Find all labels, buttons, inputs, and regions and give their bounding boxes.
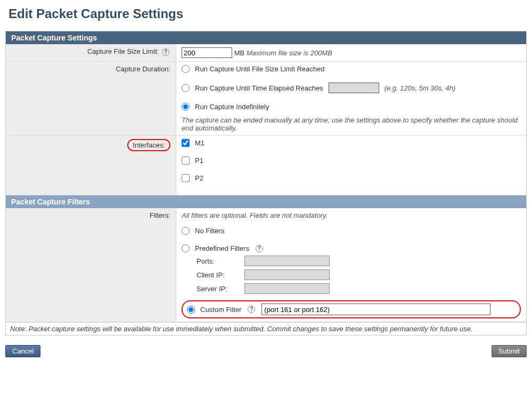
radio-custom-filter-label: Custom Filter bbox=[200, 306, 241, 314]
interfaces-label: Interfaces: bbox=[133, 141, 165, 149]
radio-no-filters-label: No Filters bbox=[195, 227, 225, 235]
page-title: Edit Packet Capture Settings bbox=[9, 6, 527, 21]
ports-label: Ports: bbox=[197, 257, 244, 265]
client-ip-label: Client IP: bbox=[197, 271, 244, 279]
duration-note: The capture can be ended manually at any… bbox=[182, 116, 521, 132]
client-ip-input[interactable] bbox=[244, 269, 330, 280]
row-filters: Filters: All filters are optional. Field… bbox=[6, 208, 526, 322]
checkbox-p1-label: P1 bbox=[195, 157, 203, 165]
help-icon[interactable]: ? bbox=[162, 48, 169, 56]
filters-intro: All filters are optional. Fields are not… bbox=[182, 211, 521, 219]
row-file-size: Capture File Size Limit: ? MB Maximum fi… bbox=[6, 44, 526, 62]
row-duration: Capture Duration: Run Capture Until File… bbox=[6, 62, 526, 136]
submit-button[interactable]: Submit bbox=[492, 345, 527, 357]
server-ip-input[interactable] bbox=[244, 283, 330, 294]
time-elapsed-input[interactable] bbox=[329, 83, 379, 93]
server-ip-label: Server IP: bbox=[197, 285, 244, 293]
checkbox-p2[interactable] bbox=[182, 174, 190, 182]
duration-label: Capture Duration: bbox=[116, 65, 170, 73]
file-size-input[interactable] bbox=[182, 47, 232, 58]
radio-predefined-filters-label: Predefined Filters bbox=[195, 244, 249, 252]
radio-until-time[interactable] bbox=[182, 84, 190, 92]
file-size-label: Capture File Size Limit: bbox=[87, 47, 159, 55]
checkbox-p2-label: P2 bbox=[195, 174, 203, 182]
help-icon[interactable]: ? bbox=[256, 245, 263, 252]
footer-note: Note: Packet capture settings will be av… bbox=[6, 322, 526, 335]
settings-panel: Packet Capture Settings Capture File Siz… bbox=[5, 31, 527, 335]
filters-section-header: Packet Capture Filters bbox=[6, 195, 526, 208]
settings-section-header: Packet Capture Settings bbox=[6, 31, 526, 44]
radio-custom-filter[interactable] bbox=[187, 306, 195, 314]
custom-filter-highlight: Custom Filter ? bbox=[182, 300, 521, 318]
radio-indefinitely[interactable] bbox=[182, 103, 190, 111]
radio-until-filesize[interactable] bbox=[182, 65, 190, 73]
radio-predefined-filters[interactable] bbox=[182, 244, 190, 252]
interfaces-label-highlight: Interfaces: bbox=[127, 139, 170, 151]
file-size-unit: MB bbox=[234, 49, 245, 57]
radio-until-time-label: Run Capture Until Time Elapsed Reaches bbox=[195, 84, 323, 92]
radio-until-filesize-label: Run Capture Until File Size Limit Reache… bbox=[195, 65, 325, 73]
checkbox-p1[interactable] bbox=[182, 157, 190, 165]
help-icon[interactable]: ? bbox=[248, 306, 255, 313]
row-interfaces: Interfaces: M1 P1 P2 bbox=[6, 136, 526, 195]
file-size-hint: Maximum file size is 200MB bbox=[247, 49, 332, 57]
radio-indefinitely-label: Run Capture Indefinitely bbox=[195, 103, 269, 111]
button-bar: Cancel Submit bbox=[5, 343, 527, 359]
checkbox-m1-label: M1 bbox=[195, 139, 204, 147]
radio-no-filters[interactable] bbox=[182, 227, 190, 235]
ports-input[interactable] bbox=[244, 256, 330, 266]
time-hint: (e.g. 120s, 5m 30s, 4h) bbox=[384, 84, 456, 92]
custom-filter-input[interactable] bbox=[261, 303, 490, 315]
filters-label: Filters: bbox=[150, 211, 170, 219]
checkbox-m1[interactable] bbox=[182, 139, 190, 147]
cancel-button[interactable]: Cancel bbox=[5, 345, 40, 357]
